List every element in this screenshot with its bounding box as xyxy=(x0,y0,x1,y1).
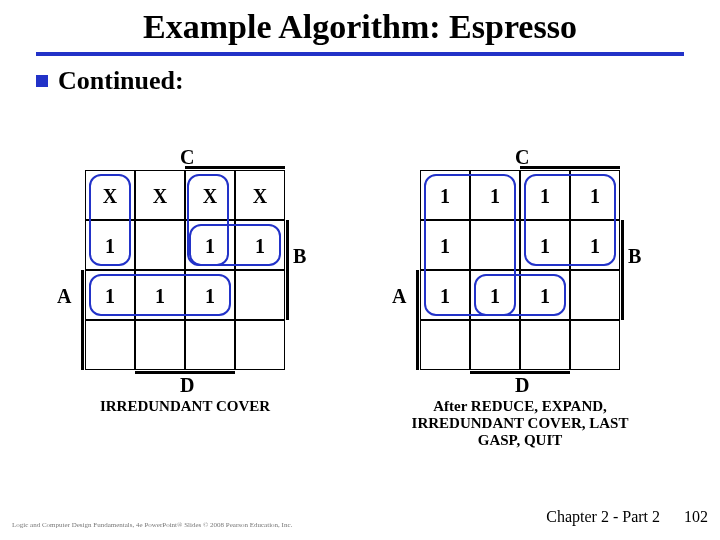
bar-c-left xyxy=(185,166,285,169)
cell xyxy=(570,270,620,320)
bar-b-right xyxy=(621,220,624,320)
bullet-icon xyxy=(36,75,48,87)
cell xyxy=(470,320,520,370)
axis-b-right: B xyxy=(628,245,641,268)
cell: X xyxy=(235,170,285,220)
cell xyxy=(85,320,135,370)
axis-a-right: A xyxy=(392,285,406,308)
kmap-right: C B A D 1 1 1 1 1 1 1 1 1 1 xyxy=(420,170,620,370)
axis-b-left: B xyxy=(293,245,306,268)
cell: 1 xyxy=(235,220,285,270)
axis-d-right: D xyxy=(515,374,529,397)
cell: 1 xyxy=(135,270,185,320)
bar-a-left xyxy=(81,270,84,370)
caption-right: After REDUCE, EXPAND, IRREDUNDANT COVER,… xyxy=(400,398,640,449)
cell xyxy=(185,320,235,370)
bullet-text: Continued: xyxy=(58,66,184,95)
cell xyxy=(135,220,185,270)
cell: 1 xyxy=(520,270,570,320)
cell xyxy=(420,320,470,370)
cell: 1 xyxy=(470,270,520,320)
cell xyxy=(135,320,185,370)
bar-d-left xyxy=(135,371,235,374)
cell: 1 xyxy=(520,170,570,220)
cell: 1 xyxy=(470,170,520,220)
bar-d-right xyxy=(470,371,570,374)
axis-a-left: A xyxy=(57,285,71,308)
diagram-stage: C B A D X X X X 1 1 1 1 1 1 IRREDUNDANT … xyxy=(0,150,720,470)
caption-left: IRREDUNDANT COVER xyxy=(65,398,305,415)
bar-b-left xyxy=(286,220,289,320)
cell: 1 xyxy=(570,170,620,220)
cell: 1 xyxy=(85,270,135,320)
axis-d-left: D xyxy=(180,374,194,397)
cell: X xyxy=(85,170,135,220)
footer-chapter: Chapter 2 - Part 2 xyxy=(546,508,660,526)
cell: 1 xyxy=(420,170,470,220)
bullet-continued: Continued: xyxy=(36,66,720,96)
cell xyxy=(570,320,620,370)
cell: 1 xyxy=(420,220,470,270)
cell: X xyxy=(185,170,235,220)
cell: X xyxy=(135,170,185,220)
cell xyxy=(520,320,570,370)
cell: 1 xyxy=(85,220,135,270)
bar-a-right xyxy=(416,270,419,370)
cell: 1 xyxy=(185,220,235,270)
bar-c-right xyxy=(520,166,620,169)
kmap-left: C B A D X X X X 1 1 1 1 1 1 xyxy=(85,170,285,370)
cell: 1 xyxy=(570,220,620,270)
title-rule xyxy=(36,52,684,56)
cell xyxy=(235,320,285,370)
page-number: 102 xyxy=(684,508,708,526)
cell xyxy=(470,220,520,270)
cell: 1 xyxy=(420,270,470,320)
copyright: Logic and Computer Design Fundamentals, … xyxy=(12,522,292,530)
cell: 1 xyxy=(520,220,570,270)
slide-title: Example Algorithm: Espresso xyxy=(0,0,720,46)
cell: 1 xyxy=(185,270,235,320)
cell xyxy=(235,270,285,320)
